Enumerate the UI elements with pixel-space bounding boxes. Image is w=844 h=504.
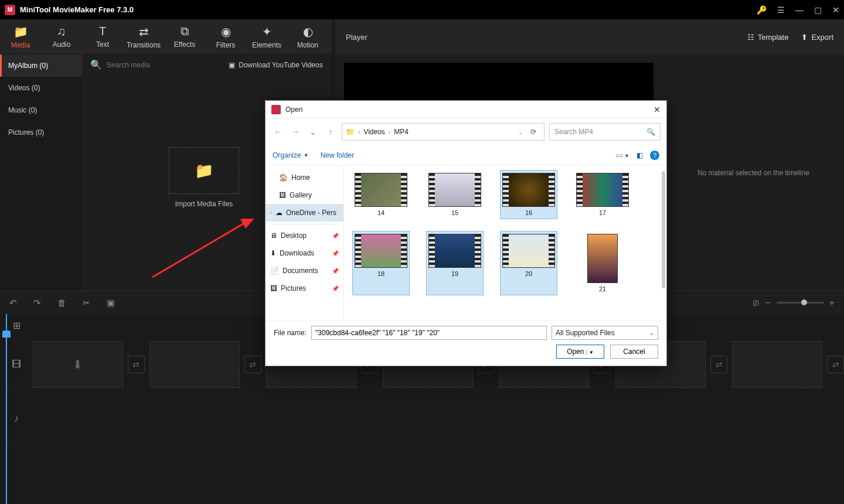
preview-pane-button[interactable]: ◧	[637, 151, 643, 159]
nav-up-button[interactable]: ↑	[324, 127, 337, 137]
file-item[interactable]: 14	[352, 170, 410, 219]
nav-recent-button[interactable]: ⌄	[307, 127, 319, 137]
split-button[interactable]: ✂	[83, 298, 90, 308]
cancel-button[interactable]: Cancel	[610, 345, 658, 359]
file-item[interactable]: 21	[574, 231, 631, 295]
open-button[interactable]: Open ▼	[556, 345, 604, 359]
ribbon: 📁Media♫AudioTText⇄Transitions⧉Effects◉Fi…	[0, 19, 332, 55]
sidebar-item[interactable]: Pictures (0)	[0, 121, 82, 144]
transition-slot[interactable]: ⇄	[244, 356, 261, 373]
nav-item[interactable]: 🖼Gallery	[266, 186, 343, 204]
dialog-search-input[interactable]: Search MP4 🔍	[549, 123, 661, 141]
crop-button[interactable]: ▣	[107, 298, 115, 308]
file-thumbnail	[355, 173, 407, 207]
new-folder-button[interactable]: New folder	[321, 151, 354, 159]
file-item[interactable]: 19	[426, 231, 484, 295]
ribbon-tab-audio[interactable]: ♫Audio	[41, 19, 82, 54]
scrollbar[interactable]	[662, 171, 665, 288]
app-title: MiniTool MovieMaker Free 7.3.0	[20, 5, 757, 14]
zoom-slider[interactable]	[777, 302, 823, 304]
media-icon: 📁	[13, 25, 28, 39]
app-logo: M	[5, 5, 15, 15]
file-name: 18	[377, 270, 384, 277]
file-name-input[interactable]	[311, 326, 547, 340]
file-name: 14	[377, 209, 384, 216]
file-thumbnail	[576, 173, 629, 207]
search-icon: 🔍	[90, 59, 102, 70]
file-name: 16	[525, 209, 532, 216]
clip-slot[interactable]	[149, 341, 240, 388]
file-type-select[interactable]: All Supported Files⌄	[552, 326, 658, 340]
organize-menu[interactable]: Organize ▼	[273, 151, 309, 159]
zoom-out-button[interactable]: −	[765, 298, 770, 308]
help-button[interactable]: ?	[650, 151, 659, 160]
nav-back-button[interactable]: ←	[271, 127, 284, 137]
sidebar-item[interactable]: Music (0)	[0, 99, 82, 121]
breadcrumb[interactable]: 📁 › Videos › MP4 ⌄ ⟳	[342, 123, 544, 141]
import-dropzone[interactable]: 📁	[169, 147, 239, 194]
folder-icon: 📁	[195, 162, 213, 180]
sidebar-item[interactable]: Videos (0)	[0, 77, 82, 99]
audio-track[interactable]	[33, 391, 844, 445]
file-thumbnail	[428, 234, 481, 268]
minimize-button[interactable]: —	[795, 5, 804, 15]
file-item[interactable]: 20	[500, 231, 557, 295]
nav-item[interactable]: ›☁OneDrive - Pers	[266, 204, 343, 222]
close-button[interactable]: ✕	[832, 5, 839, 15]
nav-item[interactable]: 🖼Pictures📌	[266, 280, 343, 297]
video-track-icon: 🎞	[0, 338, 33, 391]
file-grid[interactable]: 1415161718192021	[344, 165, 666, 321]
menu-icon[interactable]: ☰	[777, 5, 785, 15]
folder-icon: 📁	[346, 128, 355, 136]
key-icon[interactable]: 🔑	[757, 5, 767, 15]
file-item[interactable]: 16	[500, 170, 557, 219]
clip-slot[interactable]	[732, 341, 822, 388]
template-button[interactable]: ☷Template	[747, 33, 789, 42]
file-thumbnail	[502, 234, 555, 268]
file-name: 19	[451, 270, 458, 277]
svg-line-0	[152, 219, 252, 277]
ribbon-tab-filters[interactable]: ◉Filters	[205, 19, 246, 54]
nav-item[interactable]: 🖥Desktop📌	[266, 227, 343, 244]
clip-slot[interactable]: ⬇	[33, 341, 123, 388]
file-item[interactable]: 17	[574, 170, 631, 219]
search-input[interactable]	[107, 61, 224, 69]
dialog-close-button[interactable]: ✕	[654, 105, 661, 114]
transition-slot[interactable]: ⇄	[827, 356, 844, 373]
download-youtube-button[interactable]: ▣ Download YouTube Videos	[229, 61, 322, 69]
zoom-in-button[interactable]: +	[829, 298, 835, 308]
transition-slot[interactable]: ⇄	[128, 356, 145, 373]
nav-item[interactable]: 🏠Home	[266, 169, 343, 186]
youtube-icon: ▣	[229, 61, 235, 69]
playhead[interactable]	[6, 314, 7, 504]
chevron-down-icon[interactable]: ⌄	[518, 129, 523, 135]
ribbon-tab-motion[interactable]: ◐Motion	[287, 19, 328, 54]
file-item[interactable]: 15	[426, 170, 484, 219]
sidebar-item[interactable]: MyAlbum (0)	[0, 55, 82, 77]
file-item[interactable]: 18	[352, 231, 410, 295]
maximize-button[interactable]: ▢	[814, 5, 822, 15]
transition-slot[interactable]: ⇄	[710, 356, 727, 373]
file-name-label: File name:	[274, 329, 307, 337]
ribbon-tab-effects[interactable]: ⧉Effects	[164, 19, 205, 54]
delete-button[interactable]: 🗑	[57, 298, 66, 308]
ribbon-tab-media[interactable]: 📁Media	[0, 19, 41, 54]
ribbon-tab-elements[interactable]: ✦Elements	[246, 19, 287, 54]
redo-button[interactable]: ↷	[33, 298, 41, 308]
undo-button[interactable]: ↶	[9, 298, 17, 308]
export-icon: ⬆	[801, 33, 808, 42]
filters-icon: ◉	[221, 25, 231, 39]
nav-item[interactable]: 📄Documents📌	[266, 262, 343, 280]
import-label: Import Media Files	[169, 200, 239, 208]
auto-fit-icon[interactable]: ⎚	[753, 298, 759, 308]
export-button[interactable]: ⬆Export	[801, 33, 833, 42]
template-icon: ☷	[747, 33, 754, 42]
refresh-button[interactable]: ⟳	[526, 128, 540, 136]
view-mode-button[interactable]: ▭ ▼	[616, 151, 629, 159]
ribbon-tab-text[interactable]: TText	[82, 19, 123, 54]
nav-item[interactable]: ⬇Downloads📌	[266, 244, 343, 262]
file-name: 20	[525, 270, 532, 277]
file-name: 17	[599, 209, 606, 216]
ribbon-tab-transitions[interactable]: ⇄Transitions	[123, 19, 164, 54]
nav-forward-button[interactable]: →	[289, 127, 302, 137]
